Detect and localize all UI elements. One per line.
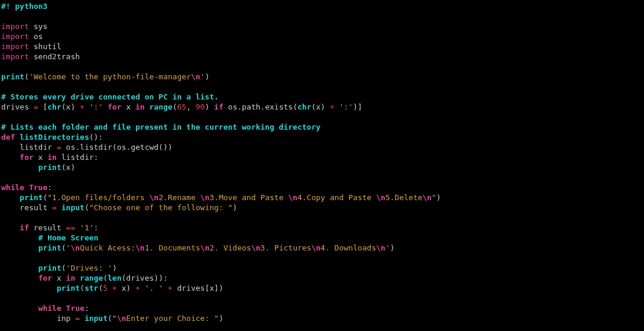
code-line[interactable] bbox=[1, 82, 643, 92]
code-token: os.listdir(os.getcwd()) bbox=[62, 143, 173, 152]
code-token: sys bbox=[29, 22, 47, 31]
code-token: while bbox=[38, 304, 62, 313]
code-token: : bbox=[85, 304, 89, 313]
code-line[interactable]: for x in listdir: bbox=[1, 152, 643, 162]
code-token: ( bbox=[62, 263, 66, 272]
code-line[interactable]: listdir = os.listdir(os.getcwd()) bbox=[1, 142, 643, 152]
code-token: ) bbox=[205, 72, 209, 81]
code-token: in bbox=[47, 153, 57, 162]
code-line[interactable]: import shutil bbox=[1, 41, 643, 52]
code-line[interactable]: while True: bbox=[1, 182, 643, 192]
code-token: )] bbox=[353, 102, 363, 111]
code-token: \n bbox=[288, 193, 297, 202]
code-token: = bbox=[52, 203, 57, 212]
code-token bbox=[75, 274, 80, 282]
code-token bbox=[1, 263, 38, 272]
code-token: chr bbox=[297, 102, 311, 111]
code-line[interactable]: def listDirectories(): bbox=[1, 132, 643, 142]
code-token: drives[x]) bbox=[173, 284, 224, 293]
code-token bbox=[62, 304, 66, 313]
code-line[interactable]: if result == '1': bbox=[1, 223, 643, 233]
code-token: (x) bbox=[62, 102, 80, 111]
code-line[interactable]: import sys bbox=[1, 21, 643, 31]
code-token: ) bbox=[112, 263, 117, 272]
code-token: 5.Delete bbox=[386, 193, 423, 202]
code-token: result bbox=[1, 203, 52, 212]
code-token: (x) bbox=[62, 163, 75, 172]
code-line[interactable]: while True: bbox=[1, 303, 643, 313]
code-token: '. ' bbox=[145, 284, 163, 293]
code-token bbox=[1, 223, 20, 232]
code-line[interactable]: import send2trash bbox=[1, 52, 643, 62]
code-line[interactable]: result = input("Choose one of the follow… bbox=[1, 203, 643, 213]
code-token: \n bbox=[149, 193, 158, 202]
code-line[interactable] bbox=[1, 11, 643, 21]
code-token: \n bbox=[70, 243, 80, 252]
code-line[interactable]: # Stores every drive connected on PC in … bbox=[1, 92, 643, 102]
code-line[interactable]: import os bbox=[1, 31, 643, 41]
code-token: " bbox=[112, 314, 117, 323]
code-token: ':' bbox=[89, 102, 103, 111]
code-token: + bbox=[330, 102, 335, 111]
code-editor-content[interactable]: #! python3 import sysimport osimport shu… bbox=[0, 0, 644, 324]
code-line[interactable] bbox=[1, 253, 643, 263]
code-token bbox=[103, 102, 108, 111]
code-token: ( bbox=[80, 284, 85, 293]
code-token: ) bbox=[219, 314, 224, 323]
code-line[interactable]: print('Drives: ') bbox=[1, 263, 643, 273]
code-token: = bbox=[75, 314, 80, 323]
code-line[interactable] bbox=[1, 172, 643, 182]
code-token bbox=[140, 284, 145, 293]
code-token: #! python3 bbox=[1, 2, 47, 11]
code-line[interactable] bbox=[1, 62, 643, 72]
code-token: \n bbox=[191, 72, 200, 81]
code-line[interactable]: print(str(5 + x) + '. ' + drives[x]) bbox=[1, 283, 643, 293]
code-token: shutil bbox=[29, 42, 62, 51]
code-line[interactable]: # Home Screen bbox=[1, 233, 643, 243]
code-token: os.path.exists( bbox=[224, 102, 297, 111]
code-token: (drives)): bbox=[122, 274, 168, 282]
code-token: x bbox=[122, 102, 135, 111]
code-line[interactable]: #! python3 bbox=[1, 1, 643, 11]
code-token bbox=[1, 274, 38, 282]
code-token: (x) bbox=[311, 102, 329, 111]
code-token: send2trash bbox=[29, 52, 80, 61]
code-token: 4.Copy and Paste bbox=[297, 193, 376, 202]
code-token: [ bbox=[38, 102, 48, 111]
code-line[interactable] bbox=[1, 112, 643, 122]
code-token: x bbox=[52, 274, 66, 282]
code-line[interactable]: print('Welcome to the python-file-manage… bbox=[1, 72, 643, 82]
code-token bbox=[108, 284, 112, 293]
code-token: print bbox=[38, 263, 62, 272]
code-token: import bbox=[1, 32, 29, 41]
code-token: input bbox=[85, 314, 108, 323]
code-line[interactable]: drives = [chr(x) + ':' for x in range(65… bbox=[1, 102, 643, 112]
code-line[interactable]: # Lists each folder and file present in … bbox=[1, 122, 643, 132]
code-line[interactable]: print("1.Open files/folders \n2.Rename \… bbox=[1, 192, 643, 203]
code-token: os bbox=[29, 32, 43, 41]
code-token: inp bbox=[1, 314, 75, 323]
code-line[interactable]: print(x) bbox=[1, 162, 643, 172]
code-token: in bbox=[66, 274, 76, 282]
code-token: '1' bbox=[80, 223, 93, 232]
code-line[interactable] bbox=[1, 293, 643, 303]
code-token bbox=[1, 163, 38, 172]
code-token: + bbox=[135, 284, 140, 293]
code-token: # Stores every drive connected on PC in … bbox=[1, 92, 219, 101]
code-token: # Home Screen bbox=[38, 233, 99, 242]
code-token: 2. Videos bbox=[209, 243, 251, 252]
code-token: 90 bbox=[196, 102, 205, 111]
code-token: for bbox=[108, 102, 121, 111]
code-token: 4. Downloads bbox=[321, 243, 376, 252]
code-line[interactable]: print('\nQuick Acess:\n1. Documents\n2. … bbox=[1, 243, 643, 253]
code-token: \n bbox=[117, 314, 127, 323]
code-token bbox=[1, 233, 38, 242]
code-token: 1. Documents bbox=[145, 243, 200, 252]
code-line[interactable]: for x in range(len(drives)): bbox=[1, 273, 643, 283]
code-token: str bbox=[85, 284, 98, 293]
code-line[interactable] bbox=[1, 213, 643, 223]
code-token: 'Welcome to the python-file-manager bbox=[29, 72, 191, 81]
code-token bbox=[1, 243, 38, 252]
code-line[interactable]: inp = input("\nEnter your Choice: ") bbox=[1, 313, 643, 323]
code-token: listdir: bbox=[57, 153, 98, 162]
